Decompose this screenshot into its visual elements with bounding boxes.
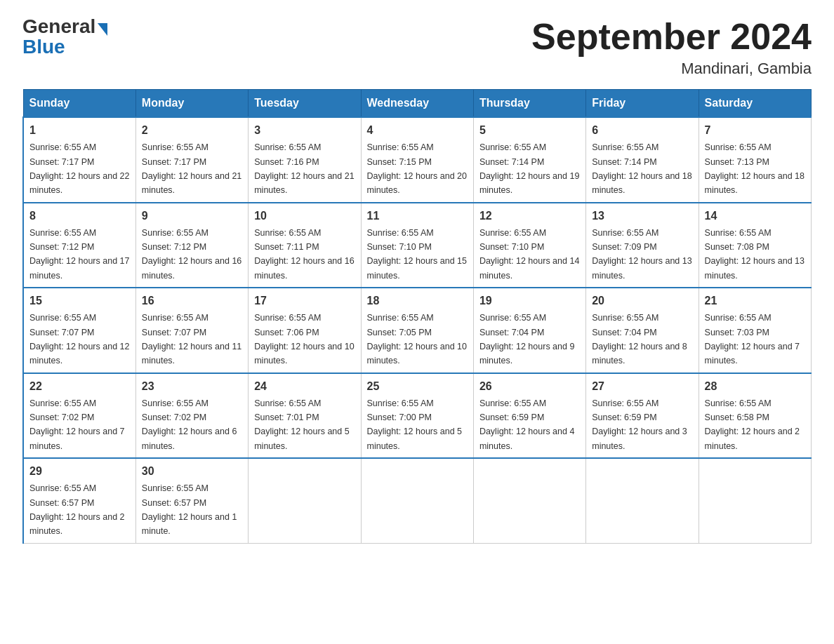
week-row-2: 8Sunrise: 6:55 AMSunset: 7:12 PMDaylight… — [23, 203, 812, 288]
day-number: 8 — [29, 208, 130, 224]
day-number: 24 — [254, 378, 355, 395]
day-info: Sunrise: 6:55 AMSunset: 7:02 PMDaylight:… — [142, 398, 237, 451]
calendar-cell: 6Sunrise: 6:55 AMSunset: 7:14 PMDaylight… — [586, 117, 699, 203]
header: General Blue September 2024 Mandinari, G… — [22, 17, 812, 78]
day-info: Sunrise: 6:55 AMSunset: 7:14 PMDaylight:… — [592, 142, 691, 195]
day-info: Sunrise: 6:55 AMSunset: 7:15 PMDaylight:… — [367, 142, 467, 195]
day-info: Sunrise: 6:55 AMSunset: 7:12 PMDaylight:… — [142, 228, 241, 281]
day-number: 16 — [142, 293, 242, 309]
calendar-cell: 28Sunrise: 6:55 AMSunset: 6:58 PMDayligh… — [699, 373, 811, 459]
day-info: Sunrise: 6:55 AMSunset: 7:17 PMDaylight:… — [142, 142, 241, 195]
calendar-cell — [586, 458, 699, 543]
day-number: 11 — [367, 208, 468, 224]
day-info: Sunrise: 6:55 AMSunset: 7:14 PMDaylight:… — [479, 142, 579, 195]
day-info: Sunrise: 6:55 AMSunset: 7:07 PMDaylight:… — [29, 313, 129, 365]
day-info: Sunrise: 6:55 AMSunset: 7:08 PMDaylight:… — [705, 228, 805, 281]
calendar-cell: 30Sunrise: 6:55 AMSunset: 6:57 PMDayligh… — [135, 458, 248, 543]
calendar-cell: 1Sunrise: 6:55 AMSunset: 7:17 PMDaylight… — [23, 117, 135, 203]
calendar-cell — [361, 458, 473, 543]
day-number: 17 — [254, 293, 355, 309]
day-info: Sunrise: 6:55 AMSunset: 7:04 PMDaylight:… — [479, 313, 575, 365]
day-number: 13 — [592, 208, 692, 224]
day-number: 6 — [592, 122, 692, 139]
day-number: 19 — [479, 293, 580, 309]
day-info: Sunrise: 6:55 AMSunset: 7:17 PMDaylight:… — [29, 142, 129, 195]
calendar-cell: 27Sunrise: 6:55 AMSunset: 6:59 PMDayligh… — [586, 373, 699, 459]
header-friday: Friday — [586, 90, 699, 118]
logo-blue-text: Blue — [22, 36, 65, 58]
day-number: 2 — [142, 122, 242, 139]
day-info: Sunrise: 6:55 AMSunset: 7:10 PMDaylight:… — [479, 228, 579, 281]
calendar-cell — [249, 458, 361, 543]
day-number: 22 — [29, 378, 130, 395]
week-row-3: 15Sunrise: 6:55 AMSunset: 7:07 PMDayligh… — [23, 288, 812, 373]
calendar-table: SundayMondayTuesdayWednesdayThursdayFrid… — [22, 89, 812, 544]
day-info: Sunrise: 6:55 AMSunset: 7:06 PMDaylight:… — [254, 313, 354, 365]
day-info: Sunrise: 6:55 AMSunset: 7:07 PMDaylight:… — [142, 313, 241, 365]
location-title: Mandinari, Gambia — [531, 60, 812, 78]
day-number: 15 — [29, 293, 130, 309]
day-number: 25 — [367, 378, 468, 395]
day-number: 30 — [142, 463, 242, 480]
day-info: Sunrise: 6:55 AMSunset: 7:02 PMDaylight:… — [29, 398, 125, 451]
day-info: Sunrise: 6:55 AMSunset: 7:09 PMDaylight:… — [592, 228, 691, 281]
day-info: Sunrise: 6:55 AMSunset: 7:12 PMDaylight:… — [29, 228, 129, 281]
day-info: Sunrise: 6:55 AMSunset: 6:57 PMDaylight:… — [29, 483, 125, 536]
month-title: September 2024 — [531, 17, 812, 57]
day-number: 29 — [29, 463, 130, 480]
day-info: Sunrise: 6:55 AMSunset: 7:00 PMDaylight:… — [367, 398, 463, 451]
day-number: 21 — [705, 293, 805, 309]
calendar-header-row: SundayMondayTuesdayWednesdayThursdayFrid… — [23, 90, 812, 118]
calendar-cell: 7Sunrise: 6:55 AMSunset: 7:13 PMDaylight… — [699, 117, 811, 203]
calendar-cell: 21Sunrise: 6:55 AMSunset: 7:03 PMDayligh… — [699, 288, 811, 373]
calendar-cell: 2Sunrise: 6:55 AMSunset: 7:17 PMDaylight… — [135, 117, 248, 203]
day-number: 28 — [705, 378, 805, 395]
logo: General Blue — [22, 17, 107, 57]
calendar-cell: 11Sunrise: 6:55 AMSunset: 7:10 PMDayligh… — [361, 203, 473, 288]
calendar-cell — [473, 458, 585, 543]
calendar-cell: 9Sunrise: 6:55 AMSunset: 7:12 PMDaylight… — [135, 203, 248, 288]
calendar-cell: 22Sunrise: 6:55 AMSunset: 7:02 PMDayligh… — [23, 373, 135, 459]
week-row-5: 29Sunrise: 6:55 AMSunset: 6:57 PMDayligh… — [23, 458, 812, 543]
day-info: Sunrise: 6:55 AMSunset: 6:59 PMDaylight:… — [479, 398, 575, 451]
day-number: 1 — [29, 122, 130, 139]
calendar-cell: 15Sunrise: 6:55 AMSunset: 7:07 PMDayligh… — [23, 288, 135, 373]
calendar-cell: 23Sunrise: 6:55 AMSunset: 7:02 PMDayligh… — [135, 373, 248, 459]
day-number: 27 — [592, 378, 692, 395]
day-info: Sunrise: 6:55 AMSunset: 7:11 PMDaylight:… — [254, 228, 354, 281]
day-number: 20 — [592, 293, 692, 309]
calendar-cell: 13Sunrise: 6:55 AMSunset: 7:09 PMDayligh… — [586, 203, 699, 288]
day-number: 10 — [254, 208, 355, 224]
calendar-cell: 14Sunrise: 6:55 AMSunset: 7:08 PMDayligh… — [699, 203, 811, 288]
calendar-cell: 24Sunrise: 6:55 AMSunset: 7:01 PMDayligh… — [249, 373, 361, 459]
calendar-cell: 8Sunrise: 6:55 AMSunset: 7:12 PMDaylight… — [23, 203, 135, 288]
day-number: 18 — [367, 293, 468, 309]
header-monday: Monday — [135, 90, 248, 118]
day-info: Sunrise: 6:55 AMSunset: 7:01 PMDaylight:… — [254, 398, 350, 451]
day-number: 26 — [479, 378, 580, 395]
day-info: Sunrise: 6:55 AMSunset: 6:59 PMDaylight:… — [592, 398, 687, 451]
calendar-cell: 19Sunrise: 6:55 AMSunset: 7:04 PMDayligh… — [473, 288, 585, 373]
header-wednesday: Wednesday — [361, 90, 473, 118]
day-info: Sunrise: 6:55 AMSunset: 7:05 PMDaylight:… — [367, 313, 467, 365]
day-number: 7 — [705, 122, 805, 139]
week-row-4: 22Sunrise: 6:55 AMSunset: 7:02 PMDayligh… — [23, 373, 812, 459]
calendar-cell: 5Sunrise: 6:55 AMSunset: 7:14 PMDaylight… — [473, 117, 585, 203]
day-number: 3 — [254, 122, 355, 139]
day-number: 23 — [142, 378, 242, 395]
day-info: Sunrise: 6:55 AMSunset: 7:16 PMDaylight:… — [254, 142, 354, 195]
header-thursday: Thursday — [473, 90, 585, 118]
day-number: 5 — [479, 122, 580, 139]
day-info: Sunrise: 6:55 AMSunset: 7:03 PMDaylight:… — [705, 313, 800, 365]
title-area: September 2024 Mandinari, Gambia — [531, 17, 812, 78]
calendar-cell: 10Sunrise: 6:55 AMSunset: 7:11 PMDayligh… — [249, 203, 361, 288]
calendar-cell: 17Sunrise: 6:55 AMSunset: 7:06 PMDayligh… — [249, 288, 361, 373]
day-number: 4 — [367, 122, 468, 139]
day-number: 14 — [705, 208, 805, 224]
day-info: Sunrise: 6:55 AMSunset: 7:04 PMDaylight:… — [592, 313, 687, 365]
calendar-cell: 29Sunrise: 6:55 AMSunset: 6:57 PMDayligh… — [23, 458, 135, 543]
calendar-cell: 20Sunrise: 6:55 AMSunset: 7:04 PMDayligh… — [586, 288, 699, 373]
day-info: Sunrise: 6:55 AMSunset: 7:13 PMDaylight:… — [705, 142, 805, 195]
calendar-cell: 16Sunrise: 6:55 AMSunset: 7:07 PMDayligh… — [135, 288, 248, 373]
calendar-cell: 26Sunrise: 6:55 AMSunset: 6:59 PMDayligh… — [473, 373, 585, 459]
